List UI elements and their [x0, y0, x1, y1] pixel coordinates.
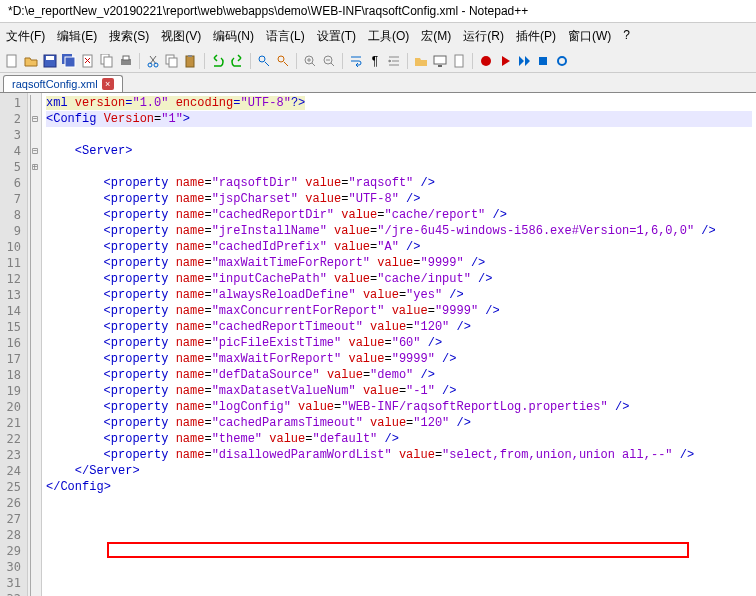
doc-icon[interactable] [451, 53, 467, 69]
svg-rect-14 [186, 56, 194, 67]
code-area[interactable]: xml version="1.0" encoding="UTF-8"?><Con… [42, 93, 756, 596]
zoom-in-icon[interactable] [302, 53, 318, 69]
toolbar-separator [472, 53, 473, 69]
undo-icon[interactable] [210, 53, 226, 69]
svg-rect-2 [46, 56, 54, 60]
menu-encoding[interactable]: 编码(N) [209, 26, 258, 47]
monitor-icon[interactable] [432, 53, 448, 69]
menu-bar: 文件(F) 编辑(E) 搜索(S) 视图(V) 编码(N) 语言(L) 设置(T… [0, 23, 756, 50]
toolbar-separator [342, 53, 343, 69]
find-icon[interactable] [256, 53, 272, 69]
menu-run[interactable]: 运行(R) [459, 26, 508, 47]
svg-point-16 [259, 56, 265, 62]
paste-icon[interactable] [183, 53, 199, 69]
svg-rect-21 [438, 65, 442, 67]
svg-rect-0 [7, 55, 16, 67]
svg-rect-24 [539, 57, 547, 65]
tab-close-icon[interactable]: × [102, 78, 114, 90]
showsymbol-icon[interactable]: ¶ [367, 53, 383, 69]
svg-point-25 [558, 57, 566, 65]
closeall-icon[interactable] [99, 53, 115, 69]
tab-bar: raqsoftConfig.xml × [0, 73, 756, 93]
svg-rect-22 [455, 55, 463, 67]
menu-view[interactable]: 视图(V) [157, 26, 205, 47]
save-icon[interactable] [42, 53, 58, 69]
menu-edit[interactable]: 编辑(E) [53, 26, 101, 47]
zoom-out-icon[interactable] [321, 53, 337, 69]
redo-icon[interactable] [229, 53, 245, 69]
menu-search[interactable]: 搜索(S) [105, 26, 153, 47]
stop-icon[interactable] [535, 53, 551, 69]
record-icon[interactable] [478, 53, 494, 69]
svg-rect-4 [65, 57, 75, 67]
fold-gutter[interactable]: ⊟ ⊟⊞ [28, 93, 42, 596]
new-icon[interactable] [4, 53, 20, 69]
cut-icon[interactable] [145, 53, 161, 69]
play-icon[interactable] [497, 53, 513, 69]
folder-icon[interactable] [413, 53, 429, 69]
indent-icon[interactable] [386, 53, 402, 69]
menu-help[interactable]: ? [619, 26, 634, 47]
replace-icon[interactable] [275, 53, 291, 69]
toolbar: ¶ [0, 50, 756, 73]
ff-icon[interactable] [516, 53, 532, 69]
svg-point-23 [481, 56, 491, 66]
svg-rect-13 [169, 58, 177, 67]
svg-rect-20 [434, 56, 446, 64]
close-icon[interactable] [80, 53, 96, 69]
menu-macro[interactable]: 宏(M) [417, 26, 455, 47]
menu-tools[interactable]: 工具(O) [364, 26, 413, 47]
line-gutter: 1234567891011121314151617181920212223242… [0, 93, 28, 596]
copy-icon[interactable] [164, 53, 180, 69]
tab-raqsoftconfig[interactable]: raqsoftConfig.xml × [3, 75, 123, 92]
wordwrap-icon[interactable] [348, 53, 364, 69]
menu-file[interactable]: 文件(F) [2, 26, 49, 47]
toolbar-separator [139, 53, 140, 69]
svg-rect-7 [104, 57, 112, 67]
menu-settings[interactable]: 设置(T) [313, 26, 360, 47]
svg-rect-15 [188, 55, 192, 57]
toolbar-separator [296, 53, 297, 69]
svg-rect-9 [123, 56, 129, 60]
saveall-icon[interactable] [61, 53, 77, 69]
svg-point-17 [278, 56, 284, 62]
toolbar-separator [250, 53, 251, 69]
window-title: *D:\e_reportNew_v20190221\report\web\web… [0, 0, 756, 23]
menu-window[interactable]: 窗口(W) [564, 26, 615, 47]
toolbar-separator [407, 53, 408, 69]
record2-icon[interactable] [554, 53, 570, 69]
tab-label: raqsoftConfig.xml [12, 78, 98, 90]
menu-plugins[interactable]: 插件(P) [512, 26, 560, 47]
open-icon[interactable] [23, 53, 39, 69]
code-editor[interactable]: 1234567891011121314151617181920212223242… [0, 93, 756, 596]
toolbar-separator [204, 53, 205, 69]
menu-language[interactable]: 语言(L) [262, 26, 309, 47]
print-icon[interactable] [118, 53, 134, 69]
